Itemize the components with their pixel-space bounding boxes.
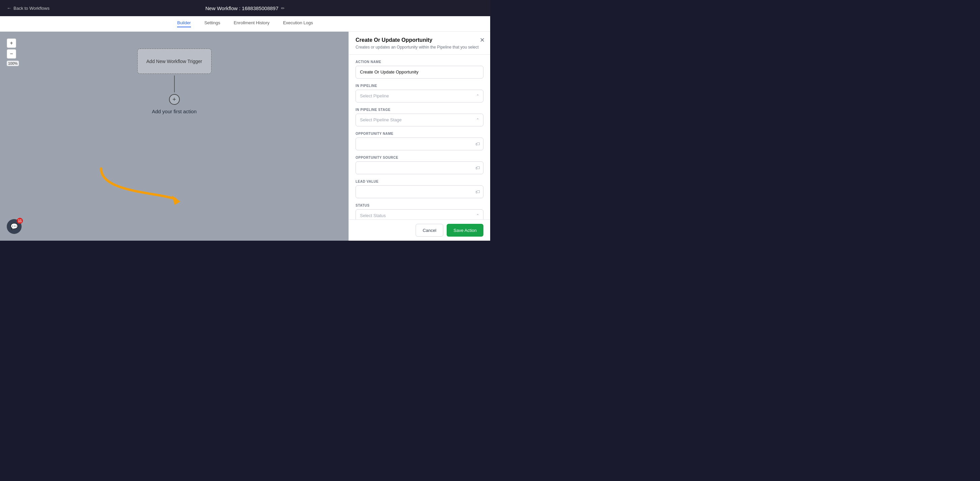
in-pipeline-stage-label: IN PIPELINE STAGE — [356, 108, 484, 111]
zoom-level: 100% — [7, 61, 19, 66]
action-name-input[interactable] — [356, 66, 484, 79]
action-name-field-group: ACTION NAME — [356, 60, 484, 79]
sub-tabs: Builder Settings Enrollment History Exec… — [0, 16, 490, 32]
trigger-node[interactable]: Add New Workflow Trigger — [137, 49, 212, 74]
lead-value-tag-icon: 🏷 — [475, 189, 480, 194]
tab-settings[interactable]: Settings — [204, 20, 220, 27]
zoom-out-button[interactable]: − — [7, 49, 16, 59]
in-pipeline-stage-select[interactable]: Select Pipeline Stage — [356, 114, 484, 126]
opportunity-name-field-group: OPPORTUNITY NAME 🏷 — [356, 132, 484, 150]
in-pipeline-select-wrapper: Select Pipeline ⌃ — [356, 90, 484, 102]
panel-body: ACTION NAME IN PIPELINE Select Pipeline … — [349, 55, 490, 219]
chat-badge: 11 — [17, 218, 23, 224]
cancel-button[interactable]: Cancel — [415, 224, 443, 237]
chat-widget[interactable]: 💬 11 — [7, 219, 22, 234]
lead-value-label: LEAD VALUE — [356, 179, 484, 183]
side-panel: Create Or Update Opportunity Creates or … — [348, 32, 490, 241]
back-arrow-icon: ← — [7, 5, 11, 11]
opportunity-name-input-wrapper: 🏷 — [356, 138, 484, 150]
panel-header: Create Or Update Opportunity Creates or … — [349, 32, 490, 55]
workflow-title: New Workflow : 1688385008897 ✏ — [205, 5, 285, 11]
annotation-arrow — [94, 165, 189, 214]
tab-builder[interactable]: Builder — [177, 20, 191, 27]
connector-line — [174, 76, 175, 92]
add-first-action-button[interactable]: + — [169, 94, 180, 105]
status-field-group: STATUS Select Status ⌃ — [356, 203, 484, 219]
tab-enrollment-history[interactable]: Enrollment History — [234, 20, 270, 27]
opportunity-source-input[interactable] — [356, 162, 484, 174]
zoom-controls: + − 100% — [7, 38, 19, 66]
in-pipeline-label: IN PIPELINE — [356, 84, 484, 87]
opportunity-name-label: OPPORTUNITY NAME — [356, 132, 484, 135]
add-action-label: Add your first action — [152, 108, 197, 114]
main-area: + − 100% Add New Workflow Trigger + Add … — [0, 32, 490, 241]
in-pipeline-field-group: IN PIPELINE Select Pipeline ⌃ — [356, 84, 484, 102]
zoom-in-button[interactable]: + — [7, 38, 16, 48]
in-pipeline-stage-field-group: IN PIPELINE STAGE Select Pipeline Stage … — [356, 108, 484, 126]
workflow-canvas[interactable]: + − 100% Add New Workflow Trigger + Add … — [0, 32, 348, 241]
opportunity-source-input-wrapper: 🏷 — [356, 162, 484, 174]
status-select[interactable]: Select Status — [356, 210, 484, 219]
save-action-button[interactable]: Save Action — [447, 224, 484, 237]
chat-icon: 💬 — [10, 223, 18, 230]
action-name-label: ACTION NAME — [356, 60, 484, 64]
lead-value-input[interactable] — [356, 186, 484, 198]
in-pipeline-stage-select-wrapper: Select Pipeline Stage ⌃ — [356, 114, 484, 126]
navbar: ← Back to Workflows New Workflow : 16883… — [0, 0, 490, 16]
lead-value-input-wrapper: 🏷 — [356, 186, 484, 198]
back-to-workflows-button[interactable]: ← Back to Workflows — [7, 5, 49, 11]
trigger-node-label: Add New Workflow Trigger — [146, 59, 202, 64]
plus-icon: + — [172, 96, 176, 103]
svg-marker-0 — [172, 195, 180, 205]
panel-subtitle: Creates or updates an Opportunity within… — [356, 44, 484, 50]
edit-workflow-icon[interactable]: ✏ — [281, 6, 285, 11]
opportunity-name-input[interactable] — [356, 138, 484, 150]
panel-close-button[interactable]: ✕ — [480, 37, 485, 44]
lead-value-field-group: LEAD VALUE 🏷 — [356, 179, 484, 198]
workflow-title-text: New Workflow : 1688385008897 — [205, 5, 278, 11]
opportunity-source-label: OPPORTUNITY SOURCE — [356, 156, 484, 159]
panel-title: Create Or Update Opportunity — [356, 37, 484, 43]
back-label: Back to Workflows — [13, 6, 49, 11]
panel-footer: Cancel Save Action — [349, 219, 490, 241]
in-pipeline-select[interactable]: Select Pipeline — [356, 90, 484, 102]
status-select-wrapper: Select Status ⌃ — [356, 210, 484, 219]
tab-execution-logs[interactable]: Execution Logs — [283, 20, 313, 27]
status-label: STATUS — [356, 203, 484, 207]
opportunity-source-tag-icon: 🏷 — [475, 165, 480, 171]
opportunity-source-field-group: OPPORTUNITY SOURCE 🏷 — [356, 156, 484, 174]
opportunity-name-tag-icon: 🏷 — [475, 141, 480, 147]
